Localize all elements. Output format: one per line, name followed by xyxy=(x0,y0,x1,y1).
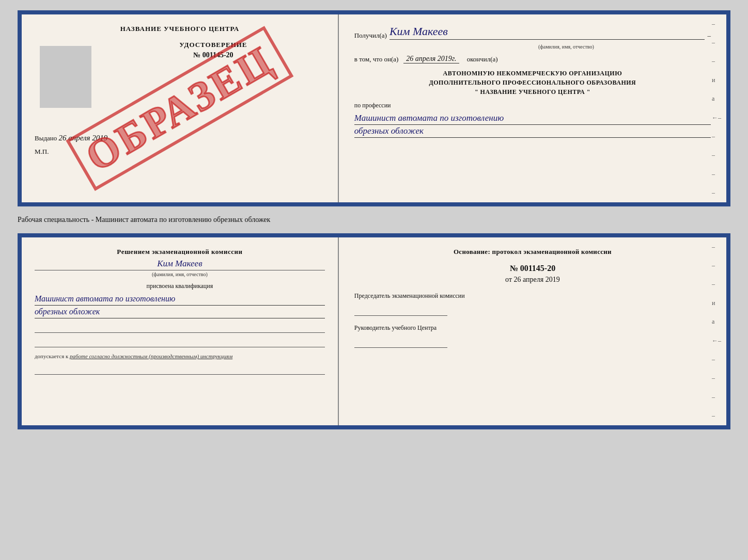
empty-line-2 xyxy=(35,337,325,347)
ot-date-value: 26 апреля 2019 xyxy=(514,276,560,283)
empty-line-1 xyxy=(35,323,325,333)
org-text: АВТОНОМНУЮ НЕКОММЕРЧЕСКУЮ ОРГАНИЗАЦИЮ ДО… xyxy=(354,69,711,97)
resheniem-text: Решением экзаменационной комиссии xyxy=(35,248,325,256)
dopuskaetsya-value: работе согласно должностным (производств… xyxy=(70,353,232,359)
poluchil-label: Получил(а) xyxy=(354,31,387,40)
bottom-document: Решением экзаменационной комиссии Ким Ма… xyxy=(18,233,730,429)
predsedatel-label: Председатель экзаменационной комиссии xyxy=(354,292,711,300)
dash1: – xyxy=(707,31,711,40)
person-name-bottom: Ким Макеев xyxy=(35,259,325,269)
right-dashes: – – – и а ←– – – – – xyxy=(712,14,721,202)
po-professii: по профессии xyxy=(354,102,711,109)
cert-center-content: УДОСТОВЕРЕНИЕ № 001145-20 xyxy=(35,41,325,59)
cert-main-content: УДОСТОВЕРЕНИЕ № 001145-20 xyxy=(35,41,325,113)
empty-line-3 xyxy=(35,364,325,375)
right-dashes-bottom: – – – и а ←– – – – – xyxy=(712,237,721,425)
doc-left: НАЗВАНИЕ УЧЕБНОГО ЦЕНТРА УДОСТОВЕРЕНИЕ №… xyxy=(22,14,339,202)
predsedatel-signature-line xyxy=(354,303,447,316)
dopuskaetsya-text: допускается к работе согласно должностны… xyxy=(35,353,325,360)
org-line3: " НАЗВАНИЕ УЧЕБНОГО ЦЕНТРА " xyxy=(354,87,711,97)
date-value: 26 апреля 2019г. xyxy=(403,55,459,63)
bottom-left: Решением экзаменационной комиссии Ким Ма… xyxy=(22,237,339,425)
predsedatel-block: Председатель экзаменационной комиссии xyxy=(354,292,711,316)
qualification-line1: Машинист автомата по изготовлению xyxy=(35,293,325,306)
ot-label: от xyxy=(505,276,512,283)
bottom-right: Основание: протокол экзаменационной коми… xyxy=(339,237,726,425)
okonchil-label: окончил(а) xyxy=(467,55,498,63)
dopuskaetsya-label: допускается к xyxy=(35,353,68,359)
recipient-name: Ким Макеев xyxy=(389,25,705,40)
org-line1: АВТОНОМНУЮ НЕКОММЕРЧЕСКУЮ ОРГАНИЗАЦИЮ xyxy=(354,69,711,78)
date-row: в том, что он(а) 26 апреля 2019г. окончи… xyxy=(354,55,711,63)
profession-line1: Машинист автомата по изготовлению xyxy=(354,112,711,125)
org-line2: ДОПОЛНИТЕЛЬНОГО ПРОФЕССИОНАЛЬНОГО ОБРАЗО… xyxy=(354,78,711,87)
rukovoditel-label: Руководитель учебного Центра xyxy=(354,324,711,332)
recipient-row: Получил(а) Ким Макеев – xyxy=(354,25,711,40)
mp-label: М.П. xyxy=(35,148,325,156)
cert-number: № 001145-20 xyxy=(35,51,325,59)
fio-subtext-top: (фамилия, имя, отчество) xyxy=(422,44,711,50)
specialty-text: Рабочая специальность - Машинист автомат… xyxy=(18,212,730,228)
fio-subtext-bottom: (фамилия, имя, отчество) xyxy=(35,270,325,277)
rukovoditel-block: Руководитель учебного Центра xyxy=(354,324,711,348)
top-document: НАЗВАНИЕ УЧЕБНОГО ЦЕНТРА УДОСТОВЕРЕНИЕ №… xyxy=(18,10,730,206)
document-container: НАЗВАНИЕ УЧЕБНОГО ЦЕНТРА УДОСТОВЕРЕНИЕ №… xyxy=(18,10,730,429)
udostoverenie-label: УДОСТОВЕРЕНИЕ xyxy=(35,41,325,49)
vydano-label: Выдано xyxy=(35,134,57,142)
rukovoditel-signature-line xyxy=(354,335,447,348)
vydano-row: Выдано 26 апреля 2019 xyxy=(35,134,325,142)
doc-right: Получил(а) Ким Макеев – (фамилия, имя, о… xyxy=(339,14,726,202)
training-center-title: НАЗВАНИЕ УЧЕБНОГО ЦЕНТРА xyxy=(35,25,325,33)
osnovanie-text: Основание: протокол экзаменационной коми… xyxy=(354,248,711,256)
protocol-number: № 001145-20 xyxy=(354,264,711,273)
vydano-date: 26 апреля 2019 xyxy=(59,134,108,142)
ot-date: от 26 апреля 2019 xyxy=(354,276,711,284)
prisvoena-kval: присвоена квалификация xyxy=(35,282,325,290)
qualification-line2: обрезных обложек xyxy=(35,306,325,318)
v-tom-chto-label: в том, что он(а) xyxy=(354,55,399,63)
profession-line2: обрезных обложек xyxy=(354,125,711,138)
